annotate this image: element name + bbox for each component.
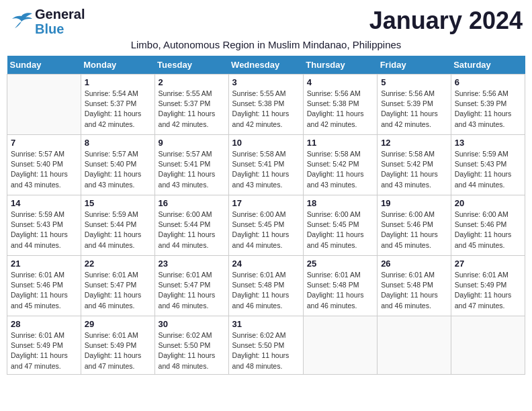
day-number: 20	[455, 198, 521, 208]
day-info: Sunrise: 6:00 AMSunset: 5:44 PMDaylight:…	[159, 210, 225, 250]
calendar-cell: 29Sunrise: 6:01 AMSunset: 5:49 PMDayligh…	[81, 316, 154, 375]
calendar-cell: 23Sunrise: 6:01 AMSunset: 5:47 PMDayligh…	[154, 256, 228, 316]
calendar-cell	[7, 75, 81, 135]
calendar-cell: 15Sunrise: 5:59 AMSunset: 5:44 PMDayligh…	[81, 195, 154, 256]
day-number: 3	[232, 77, 300, 87]
calendar-week-3: 14Sunrise: 5:59 AMSunset: 5:43 PMDayligh…	[7, 195, 525, 256]
day-number: 2	[159, 77, 225, 87]
calendar-cell: 17Sunrise: 6:00 AMSunset: 5:45 PMDayligh…	[228, 195, 303, 256]
day-info: Sunrise: 6:01 AMSunset: 5:49 PMDaylight:…	[11, 330, 77, 371]
day-number: 6	[455, 77, 521, 87]
day-number: 27	[455, 259, 521, 269]
day-number: 10	[232, 138, 300, 148]
month-year-title: January 2024	[369, 7, 523, 35]
calendar-cell: 14Sunrise: 5:59 AMSunset: 5:43 PMDayligh…	[7, 195, 81, 256]
day-info: Sunrise: 6:02 AMSunset: 5:50 PMDaylight:…	[159, 330, 225, 371]
day-number: 26	[381, 259, 447, 269]
header-day-thursday: Thursday	[303, 56, 377, 75]
day-number: 13	[455, 138, 521, 148]
calendar-cell: 20Sunrise: 6:00 AMSunset: 5:46 PMDayligh…	[451, 195, 525, 256]
day-info: Sunrise: 6:01 AMSunset: 5:46 PMDaylight:…	[11, 270, 77, 311]
day-number: 8	[85, 138, 151, 148]
day-info: Sunrise: 5:58 AMSunset: 5:41 PMDaylight:…	[232, 149, 300, 190]
day-number: 17	[232, 198, 300, 208]
header-day-sunday: Sunday	[7, 56, 81, 75]
day-number: 18	[307, 198, 373, 208]
calendar-table: SundayMondayTuesdayWednesdayThursdayFrid…	[7, 56, 525, 375]
calendar-cell: 16Sunrise: 6:00 AMSunset: 5:44 PMDayligh…	[154, 195, 228, 256]
day-number: 21	[11, 259, 77, 269]
day-number: 23	[159, 259, 225, 269]
calendar-cell: 5Sunrise: 5:56 AMSunset: 5:39 PMDaylight…	[378, 75, 451, 135]
day-number: 16	[159, 198, 225, 208]
calendar-cell	[451, 316, 525, 375]
logo-icon	[9, 11, 34, 32]
day-info: Sunrise: 6:00 AMSunset: 5:45 PMDaylight:…	[307, 210, 373, 250]
day-info: Sunrise: 5:57 AMSunset: 5:40 PMDaylight:…	[85, 149, 151, 190]
day-number: 12	[381, 138, 447, 148]
logo-text-blue: Blue	[35, 21, 85, 36]
day-info: Sunrise: 5:58 AMSunset: 5:42 PMDaylight:…	[307, 149, 373, 190]
calendar-cell: 21Sunrise: 6:01 AMSunset: 5:46 PMDayligh…	[7, 256, 81, 316]
calendar-cell: 13Sunrise: 5:59 AMSunset: 5:43 PMDayligh…	[451, 135, 525, 195]
day-info: Sunrise: 6:01 AMSunset: 5:48 PMDaylight:…	[232, 270, 300, 311]
calendar-cell: 28Sunrise: 6:01 AMSunset: 5:49 PMDayligh…	[7, 316, 81, 375]
day-number: 7	[11, 138, 77, 148]
calendar-week-5: 28Sunrise: 6:01 AMSunset: 5:49 PMDayligh…	[7, 316, 525, 375]
day-info: Sunrise: 5:56 AMSunset: 5:39 PMDaylight:…	[381, 89, 447, 130]
calendar-cell: 18Sunrise: 6:00 AMSunset: 5:45 PMDayligh…	[303, 195, 377, 256]
day-number: 4	[307, 77, 373, 87]
calendar-week-2: 7Sunrise: 5:57 AMSunset: 5:40 PMDaylight…	[7, 135, 525, 195]
calendar-cell: 24Sunrise: 6:01 AMSunset: 5:48 PMDayligh…	[228, 256, 303, 316]
header-day-tuesday: Tuesday	[154, 56, 228, 75]
calendar-cell: 31Sunrise: 6:02 AMSunset: 5:50 PMDayligh…	[228, 316, 303, 375]
day-info: Sunrise: 6:01 AMSunset: 5:47 PMDaylight:…	[85, 270, 151, 311]
day-info: Sunrise: 5:56 AMSunset: 5:39 PMDaylight:…	[455, 89, 521, 130]
calendar-body: 1Sunrise: 5:54 AMSunset: 5:37 PMDaylight…	[7, 75, 525, 375]
day-info: Sunrise: 5:57 AMSunset: 5:40 PMDaylight:…	[11, 149, 77, 190]
header-day-saturday: Saturday	[451, 56, 525, 75]
day-info: Sunrise: 6:02 AMSunset: 5:50 PMDaylight:…	[232, 330, 300, 371]
day-number: 24	[232, 259, 300, 269]
day-info: Sunrise: 6:01 AMSunset: 5:48 PMDaylight:…	[307, 270, 373, 311]
calendar-cell: 12Sunrise: 5:58 AMSunset: 5:42 PMDayligh…	[378, 135, 451, 195]
day-number: 19	[381, 198, 447, 208]
calendar-week-1: 1Sunrise: 5:54 AMSunset: 5:37 PMDaylight…	[7, 75, 525, 135]
header-day-friday: Friday	[378, 56, 451, 75]
calendar-cell	[303, 316, 377, 375]
day-info: Sunrise: 5:54 AMSunset: 5:37 PMDaylight:…	[85, 89, 151, 130]
calendar-cell: 27Sunrise: 6:01 AMSunset: 5:49 PMDayligh…	[451, 256, 525, 316]
day-number: 11	[307, 138, 373, 148]
day-info: Sunrise: 5:55 AMSunset: 5:37 PMDaylight:…	[159, 89, 225, 130]
day-info: Sunrise: 5:56 AMSunset: 5:38 PMDaylight:…	[307, 89, 373, 130]
calendar-cell: 30Sunrise: 6:02 AMSunset: 5:50 PMDayligh…	[154, 316, 228, 375]
location-title: Limbo, Autonomous Region in Muslim Minda…	[7, 39, 525, 50]
day-info: Sunrise: 6:00 AMSunset: 5:46 PMDaylight:…	[381, 210, 447, 250]
calendar-cell: 4Sunrise: 5:56 AMSunset: 5:38 PMDaylight…	[303, 75, 377, 135]
day-info: Sunrise: 6:01 AMSunset: 5:48 PMDaylight:…	[381, 270, 447, 311]
calendar-header-row: SundayMondayTuesdayWednesdayThursdayFrid…	[7, 56, 525, 75]
calendar-cell: 6Sunrise: 5:56 AMSunset: 5:39 PMDaylight…	[451, 75, 525, 135]
calendar-cell: 19Sunrise: 6:00 AMSunset: 5:46 PMDayligh…	[378, 195, 451, 256]
day-number: 14	[11, 198, 77, 208]
day-number: 5	[381, 77, 447, 87]
day-number: 15	[85, 198, 151, 208]
logo: General Blue	[9, 7, 85, 36]
calendar-cell: 1Sunrise: 5:54 AMSunset: 5:37 PMDaylight…	[81, 75, 154, 135]
day-info: Sunrise: 5:59 AMSunset: 5:43 PMDaylight:…	[455, 149, 521, 190]
calendar-cell: 26Sunrise: 6:01 AMSunset: 5:48 PMDayligh…	[378, 256, 451, 316]
day-info: Sunrise: 6:01 AMSunset: 5:47 PMDaylight:…	[159, 270, 225, 311]
calendar-cell: 7Sunrise: 5:57 AMSunset: 5:40 PMDaylight…	[7, 135, 81, 195]
day-info: Sunrise: 5:59 AMSunset: 5:43 PMDaylight:…	[11, 210, 77, 250]
calendar-cell: 9Sunrise: 5:57 AMSunset: 5:41 PMDaylight…	[154, 135, 228, 195]
calendar-cell: 2Sunrise: 5:55 AMSunset: 5:37 PMDaylight…	[154, 75, 228, 135]
calendar-cell: 11Sunrise: 5:58 AMSunset: 5:42 PMDayligh…	[303, 135, 377, 195]
day-info: Sunrise: 5:58 AMSunset: 5:42 PMDaylight:…	[381, 149, 447, 190]
day-number: 22	[85, 259, 151, 269]
calendar-cell: 3Sunrise: 5:55 AMSunset: 5:38 PMDaylight…	[228, 75, 303, 135]
day-number: 31	[232, 319, 300, 329]
day-info: Sunrise: 6:00 AMSunset: 5:45 PMDaylight:…	[232, 210, 300, 250]
page-header: General Blue January 2024	[7, 7, 525, 36]
day-info: Sunrise: 6:00 AMSunset: 5:46 PMDaylight:…	[455, 210, 521, 250]
day-number: 25	[307, 259, 373, 269]
